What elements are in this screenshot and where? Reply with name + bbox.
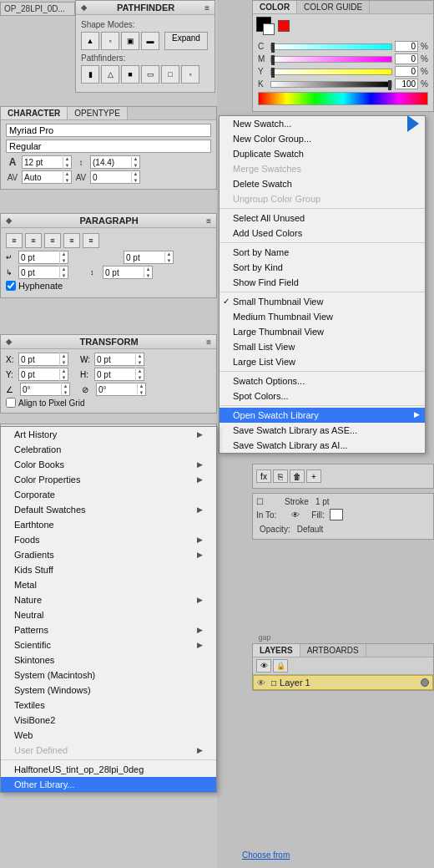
right-indent-spinner[interactable]: 0 pt ▲▼ [124, 251, 174, 264]
leading-spinner[interactable]: (14.4) ▲ ▼ [90, 155, 140, 169]
exclude-btn[interactable]: ▬ [141, 32, 159, 50]
pixel-align-checkbox[interactable] [6, 398, 16, 408]
lib-skintones[interactable]: Skintones [1, 652, 216, 667]
y-spinner[interactable]: 0 pt ▲▼ [18, 368, 68, 381]
y-value[interactable] [395, 66, 418, 77]
tracking-arrows[interactable]: ▲ ▼ [131, 170, 139, 184]
outline-btn[interactable]: □ [161, 65, 179, 84]
left-indent-spinner[interactable]: 0 pt ▲▼ [18, 251, 68, 264]
tab-color-guide[interactable]: COLOR GUIDE [297, 1, 370, 13]
pathfinder-menu-icon[interactable]: ≡ [204, 3, 209, 13]
menu-sort-by-name[interactable]: Sort by Name [220, 245, 425, 260]
hyphenate-checkbox[interactable] [6, 281, 16, 291]
kerning-arrows[interactable]: ▲ ▼ [63, 170, 71, 184]
menu-spot-colors[interactable]: Spot Colors... [220, 388, 425, 404]
menu-show-find-field[interactable]: Show Find Field [220, 275, 425, 290]
align-justify-all-btn[interactable]: ≡ [83, 233, 99, 248]
align-justify-btn[interactable]: ≡ [63, 233, 80, 248]
choose-from-link[interactable]: Choose from [242, 850, 434, 860]
transform-menu-icon[interactable]: ≡ [206, 338, 211, 347]
add-btn-small[interactable]: + [306, 470, 321, 483]
trash-btn-small[interactable]: 🗑 [290, 470, 305, 483]
menu-new-color-group[interactable]: New Color Group... [220, 131, 425, 146]
lib-halftone[interactable]: HalftoneUS_tint_op_28lpi_0deg [1, 762, 216, 777]
x-spinner[interactable]: 0 pt ▲▼ [18, 353, 68, 366]
font-style-input[interactable] [6, 140, 211, 153]
tab-character[interactable]: CHARACTER [1, 107, 68, 119]
align-center-btn[interactable]: ≡ [25, 233, 42, 248]
layer-1-row[interactable]: 👁 □ Layer 1 [253, 675, 433, 690]
lib-kids-stuff[interactable]: Kids Stuff [1, 562, 216, 577]
tab-layers[interactable]: LAYERS [253, 644, 300, 657]
font-size-spinner[interactable]: 12 pt ▲ ▼ [22, 155, 72, 169]
first-line-spinner[interactable]: 0 pt ▲▼ [18, 266, 68, 279]
lib-celebration[interactable]: Celebration [1, 442, 216, 457]
layer-visibility-icon[interactable]: 👁 [257, 678, 269, 688]
tab-color[interactable]: COLOR [253, 1, 297, 13]
menu-small-thumbnail[interactable]: Small Thumbnail View [220, 294, 425, 309]
menu-add-used-colors[interactable]: Add Used Colors [220, 226, 425, 241]
k-value[interactable] [395, 79, 418, 89]
m-value[interactable] [395, 53, 418, 64]
lib-foods[interactable]: Foods [1, 532, 216, 547]
lib-scientific[interactable]: Scientific [1, 637, 216, 652]
minus-back-btn[interactable]: ▫ [181, 65, 199, 84]
expand-btn[interactable]: Expand [164, 32, 208, 50]
h-spinner[interactable]: 0 pt ▲▼ [94, 368, 144, 381]
lib-nature[interactable]: Nature [1, 592, 216, 607]
lib-visiboneII[interactable]: VisiBone2 [1, 713, 216, 728]
lib-corporate[interactable]: Corporate [1, 487, 216, 502]
menu-delete-swatch[interactable]: Delete Swatch [220, 176, 425, 191]
tracking-spinner[interactable]: 0 ▲ ▼ [90, 170, 140, 184]
unite-btn[interactable]: ▲ [81, 32, 99, 50]
align-left-btn[interactable]: ≡ [6, 233, 23, 248]
layer-target-dot[interactable] [421, 678, 429, 687]
menu-small-list[interactable]: Small List View [220, 339, 425, 354]
lib-gradients[interactable]: Gradients [1, 547, 216, 562]
crop-btn[interactable]: ▭ [141, 65, 159, 84]
font-size-arrows[interactable]: ▲ ▼ [63, 155, 71, 169]
lib-art-history[interactable]: Art History [1, 427, 216, 442]
layers-eye-btn[interactable]: 👁 [256, 659, 271, 673]
c-value[interactable] [395, 41, 418, 52]
w-spinner[interactable]: 0 pt ▲▼ [94, 353, 144, 366]
menu-open-swatch-library[interactable]: Open Swatch Library [220, 408, 425, 423]
font-family-input[interactable] [6, 124, 211, 137]
menu-save-ase[interactable]: Save Swatch Library as ASE... [220, 423, 425, 438]
y-thumb[interactable] [271, 68, 275, 78]
minus-front-btn[interactable]: ▫ [101, 32, 119, 50]
layers-lock-btn[interactable]: 🔒 [273, 659, 288, 673]
lib-default-swatches[interactable]: Default Swatches [1, 502, 216, 517]
menu-sort-by-kind[interactable]: Sort by Kind [220, 260, 425, 275]
menu-large-list[interactable]: Large List View [220, 354, 425, 369]
menu-new-swatch[interactable]: New Swatch... [220, 116, 425, 131]
leading-arrows[interactable]: ▲ ▼ [131, 155, 139, 169]
fx-btn[interactable]: fx [256, 470, 271, 483]
tab-opentype[interactable]: OPENTYPE [68, 107, 127, 119]
lib-color-books[interactable]: Color Books [1, 457, 216, 472]
lib-patterns[interactable]: Patterns [1, 622, 216, 637]
copy-btn-small[interactable]: ⎘ [273, 470, 288, 483]
shear-spinner[interactable]: 0° ▲▼ [96, 383, 146, 396]
angle-spinner[interactable]: 0° ▲▼ [20, 383, 70, 396]
m-thumb[interactable] [271, 55, 275, 65]
menu-select-all-unused[interactable]: Select All Unused [220, 211, 425, 226]
lib-earthtone[interactable]: Earthtone [1, 517, 216, 532]
menu-large-thumbnail[interactable]: Large Thumbnail View [220, 324, 425, 339]
menu-save-ai[interactable]: Save Swatch Library as AI... [220, 438, 425, 453]
lib-metal[interactable]: Metal [1, 577, 216, 592]
m-track[interactable] [270, 56, 392, 63]
y-track[interactable] [270, 69, 392, 75]
fg-bg-swatch-container[interactable] [256, 17, 275, 35]
lib-color-properties[interactable]: Color Properties [1, 472, 216, 487]
menu-duplicate-swatch[interactable]: Duplicate Swatch [220, 146, 425, 161]
merge-btn[interactable]: ■ [121, 65, 139, 84]
k-track[interactable] [270, 81, 392, 88]
c-thumb[interactable] [271, 43, 275, 53]
lib-web[interactable]: Web [1, 728, 216, 743]
lib-other-library[interactable]: Other Library... [1, 777, 216, 792]
trim-btn[interactable]: △ [101, 65, 119, 84]
align-right-btn[interactable]: ≡ [44, 233, 61, 248]
kerning-spinner[interactable]: Auto ▲ ▼ [22, 170, 72, 184]
lib-textiles[interactable]: Textiles [1, 698, 216, 713]
